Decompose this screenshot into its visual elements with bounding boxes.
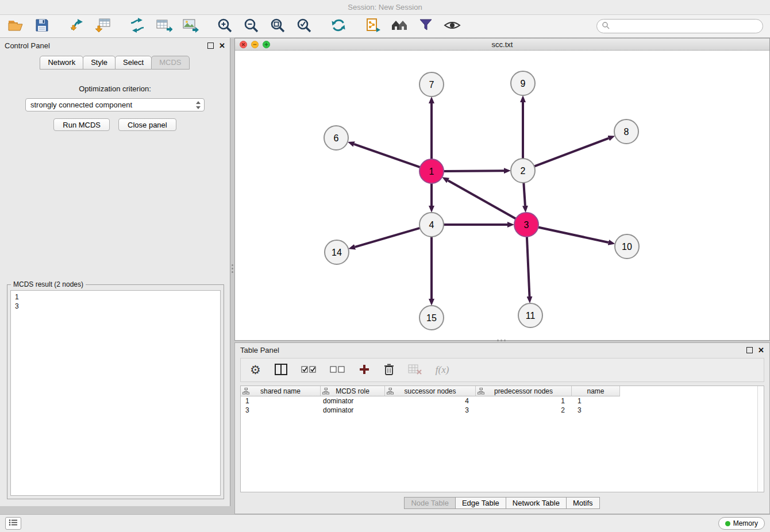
- save-session-button[interactable]: [32, 17, 52, 36]
- add-column-button[interactable]: [359, 364, 370, 377]
- graph-edge-1-2[interactable]: [444, 171, 504, 171]
- table-row[interactable]: 1 dominator 4 1 1: [241, 396, 764, 406]
- memory-button[interactable]: Memory: [718, 517, 765, 530]
- zoom-in-button[interactable]: [215, 17, 234, 36]
- table-settings-button[interactable]: ⚙: [250, 364, 261, 376]
- horizontal-splitter-grip[interactable]: [493, 338, 509, 342]
- open-session-button[interactable]: [6, 17, 25, 36]
- show-columns-button[interactable]: [275, 364, 287, 377]
- import-network-button[interactable]: [67, 17, 86, 36]
- tab-motifs[interactable]: Motifs: [566, 497, 600, 509]
- column-header-predecessor-nodes[interactable]: predecessor nodes: [476, 386, 572, 396]
- table-row[interactable]: 3 dominator 3 2 3: [241, 406, 764, 415]
- select-all-columns-button[interactable]: [301, 365, 316, 375]
- search-box[interactable]: [596, 19, 763, 33]
- cell-predecessor-nodes[interactable]: 1: [476, 396, 572, 406]
- refresh-view-button[interactable]: [329, 17, 348, 36]
- zoom-window-button[interactable]: [263, 41, 270, 48]
- column-header-name[interactable]: name: [572, 386, 620, 396]
- export-image-icon: [182, 17, 199, 36]
- zoom-selected-button[interactable]: [294, 17, 314, 36]
- network-view-window: scc.txt 7968124314101511: [234, 38, 770, 341]
- control-panel-header: Control Panel ✕: [0, 38, 230, 53]
- memory-label: Memory: [733, 519, 758, 527]
- network-canvas[interactable]: 7968124314101511: [235, 51, 769, 340]
- float-table-panel-icon[interactable]: [746, 347, 753, 353]
- tab-network[interactable]: Network: [40, 56, 83, 70]
- close-table-panel-icon[interactable]: ✕: [758, 347, 764, 353]
- search-input[interactable]: [613, 22, 758, 30]
- table-panel-header: Table Panel ✕: [235, 343, 769, 357]
- cell-mcds-role[interactable]: dominator: [321, 406, 385, 415]
- cell-successor-nodes[interactable]: 4: [385, 396, 476, 406]
- status-bar: Memory: [0, 514, 770, 532]
- first-neighbors-button[interactable]: [390, 17, 409, 36]
- run-mcds-button[interactable]: Run MCDS: [53, 118, 110, 131]
- tab-select[interactable]: Select: [115, 56, 152, 70]
- function-builder-button[interactable]: f(x): [436, 364, 449, 376]
- apply-style-button[interactable]: [416, 17, 436, 36]
- zoom-fit-button[interactable]: [268, 17, 287, 36]
- export-network-button[interactable]: [128, 17, 147, 36]
- zoom-fit-icon: [270, 17, 286, 35]
- table-scrollbar[interactable]: [757, 386, 764, 492]
- clone-network-button[interactable]: [363, 17, 383, 36]
- table-tabs: Node Table Edge Table Network Table Moti…: [235, 497, 769, 509]
- tab-edge-table[interactable]: Edge Table: [455, 497, 506, 509]
- graph-node-label-14: 14: [332, 248, 342, 257]
- graph-edge-4-14[interactable]: [355, 228, 420, 247]
- graph-edge-2-8[interactable]: [534, 138, 609, 167]
- graph-node-label-2: 2: [521, 166, 526, 176]
- optimization-select[interactable]: strongly connected component: [25, 98, 205, 111]
- delete-table-button[interactable]: [408, 364, 422, 376]
- vertical-splitter-grip[interactable]: [230, 260, 234, 277]
- mcds-result-groupbox: MCDS result (2 nodes) 1 3: [7, 284, 224, 499]
- close-panel-button[interactable]: Close panel: [118, 118, 176, 131]
- graph-edge-3-10[interactable]: [538, 228, 609, 243]
- trash-icon: [384, 363, 394, 377]
- import-table-button[interactable]: [93, 17, 113, 36]
- column-header-shared-name[interactable]: shared name: [241, 386, 321, 396]
- float-panel-icon[interactable]: [207, 43, 214, 49]
- delete-table-icon: [408, 364, 422, 376]
- export-image-button[interactable]: [180, 17, 200, 36]
- import-group: [67, 17, 113, 36]
- column-header-mcds-role[interactable]: MCDS role: [321, 386, 385, 396]
- export-group: [128, 17, 200, 36]
- tab-style[interactable]: Style: [83, 56, 116, 70]
- graph-edge-1-6[interactable]: [354, 144, 420, 167]
- mcds-result-line: 1: [15, 292, 216, 302]
- search-icon: [602, 21, 610, 31]
- zoom-selected-icon: [296, 17, 312, 35]
- cell-successor-nodes[interactable]: 3: [385, 406, 476, 415]
- optimization-criterion-label: Optimization criterion:: [0, 84, 230, 93]
- column-label: MCDS role: [336, 387, 369, 395]
- unselect-all-columns-button[interactable]: [330, 365, 345, 375]
- graph-edge-3-1[interactable]: [448, 180, 516, 219]
- mcds-result-list[interactable]: 1 3: [10, 290, 221, 496]
- zoom-out-button[interactable]: [241, 17, 261, 36]
- tab-network-table[interactable]: Network Table: [506, 497, 567, 509]
- graph-edge-3-11[interactable]: [527, 237, 530, 296]
- tab-mcds[interactable]: MCDS: [151, 56, 189, 70]
- close-panel-icon[interactable]: ✕: [219, 43, 225, 49]
- cell-name[interactable]: 1: [572, 396, 620, 406]
- show-hide-button[interactable]: [442, 17, 462, 36]
- cell-shared-name[interactable]: 1: [241, 396, 321, 406]
- cell-mcds-role[interactable]: dominator: [321, 396, 385, 406]
- tab-node-table[interactable]: Node Table: [404, 497, 456, 509]
- minimize-window-button[interactable]: [251, 41, 259, 48]
- graph-edge-2-3[interactable]: [523, 183, 525, 206]
- close-window-button[interactable]: [240, 41, 247, 48]
- task-history-button[interactable]: [5, 517, 21, 530]
- export-table-button[interactable]: [154, 17, 174, 36]
- cell-name[interactable]: 3: [572, 406, 620, 415]
- cell-shared-name[interactable]: 3: [241, 406, 321, 415]
- network-window-titlebar: scc.txt: [235, 38, 769, 51]
- cell-predecessor-nodes[interactable]: 2: [476, 406, 572, 415]
- attribute-icon: [387, 388, 394, 396]
- column-header-successor-nodes[interactable]: successor nodes: [385, 386, 476, 396]
- graph-node-label-10: 10: [622, 242, 632, 252]
- graph-node-label-4: 4: [429, 220, 434, 230]
- delete-column-button[interactable]: [384, 363, 394, 377]
